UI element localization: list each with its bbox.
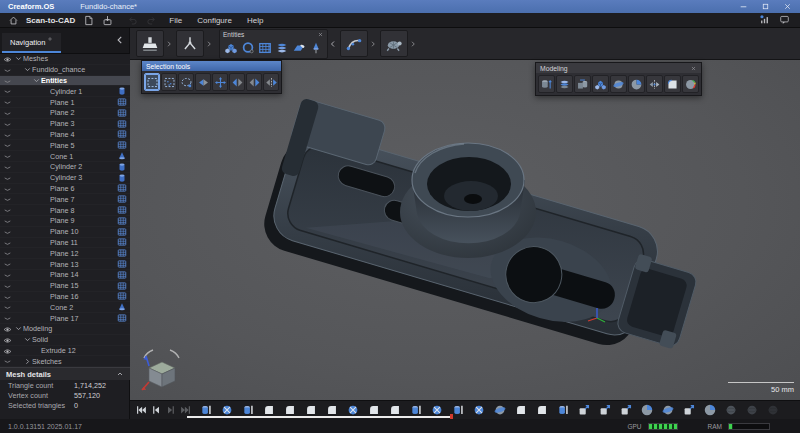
entities-tool-button[interactable]: [257, 39, 273, 57]
panel-collapse-icon[interactable]: [115, 35, 125, 45]
visibility-toggle-icon[interactable]: [3, 293, 12, 302]
tree-item[interactable]: Plane 2: [0, 108, 130, 119]
tool-button[interactable]: [556, 75, 573, 93]
history-button[interactable]: [660, 403, 675, 418]
tree-item[interactable]: Cone 2: [0, 302, 130, 313]
visibility-toggle-icon[interactable]: [3, 141, 12, 150]
tree-item[interactable]: Plane 16: [0, 292, 130, 303]
tree-item[interactable]: Fundido_chance: [0, 65, 130, 76]
expand-chevron-icon[interactable]: [41, 87, 50, 96]
chevron-up-icon[interactable]: [116, 370, 124, 378]
expand-chevron-icon[interactable]: [41, 260, 50, 269]
tree-item[interactable]: Plane 17: [0, 313, 130, 324]
history-button[interactable]: [164, 403, 177, 418]
tool-button[interactable]: [178, 73, 194, 91]
expand-chevron-icon[interactable]: [14, 54, 23, 63]
history-button[interactable]: [639, 403, 654, 418]
visibility-toggle-icon[interactable]: [3, 163, 12, 172]
visibility-toggle-icon[interactable]: [3, 152, 12, 161]
visibility-toggle-icon[interactable]: [3, 260, 12, 269]
menu-item[interactable]: File: [169, 16, 182, 25]
visibility-toggle-icon[interactable]: [3, 174, 12, 183]
expand-chevron-icon[interactable]: [41, 227, 50, 236]
toolbar-button[interactable]: [176, 30, 204, 57]
visibility-toggle-icon[interactable]: [3, 206, 12, 215]
tree-item[interactable]: Plane 1: [0, 97, 130, 108]
menu-item[interactable]: Help: [247, 16, 263, 25]
history-button[interactable]: [134, 403, 147, 418]
expand-chevron-icon[interactable]: [41, 195, 50, 204]
tree-item[interactable]: Plane 15: [0, 281, 130, 292]
visibility-toggle-icon[interactable]: [3, 185, 12, 194]
history-button[interactable]: [618, 403, 633, 418]
history-button[interactable]: [744, 403, 759, 418]
tree-item[interactable]: Solid: [0, 335, 130, 346]
expand-chevron-icon[interactable]: [41, 152, 50, 161]
history-button[interactable]: [723, 403, 738, 418]
tree-item[interactable]: Plane 4: [0, 130, 130, 141]
expand-chevron-icon[interactable]: [41, 162, 50, 171]
tree-item[interactable]: Plane 8: [0, 205, 130, 216]
close-icon[interactable]: [317, 31, 324, 38]
tool-button[interactable]: [628, 75, 645, 93]
expand-chevron-icon[interactable]: [41, 98, 50, 107]
entities-tool-button[interactable]: [291, 39, 307, 57]
tool-button[interactable]: [246, 73, 262, 91]
visibility-toggle-icon[interactable]: [3, 55, 12, 64]
viewport-3d[interactable]: 50 mm Selection tools Modeling: [130, 60, 800, 400]
visibility-toggle-icon[interactable]: [3, 314, 12, 323]
expand-chevron-icon[interactable]: [41, 173, 50, 182]
history-button[interactable]: [702, 403, 717, 418]
visibility-toggle-icon[interactable]: [3, 120, 12, 129]
history-button[interactable]: [149, 403, 162, 418]
menu-bar-icon[interactable]: [779, 14, 790, 25]
tool-button[interactable]: [592, 75, 609, 93]
tree-item[interactable]: Plane 10: [0, 227, 130, 238]
tab-navigation[interactable]: Navigation: [2, 33, 61, 53]
home-icon[interactable]: [8, 15, 19, 26]
history-button[interactable]: [471, 403, 486, 418]
visibility-toggle-icon[interactable]: [3, 347, 12, 356]
visibility-toggle-icon[interactable]: [3, 131, 12, 140]
visibility-toggle-icon[interactable]: [3, 325, 12, 334]
tree-item[interactable]: Cone 1: [0, 151, 130, 162]
navigation-cube[interactable]: [136, 346, 188, 398]
tree-item[interactable]: Plane 3: [0, 119, 130, 130]
module-label[interactable]: Scan-to-CAD: [26, 16, 75, 25]
tool-button[interactable]: [646, 75, 663, 93]
tree-item[interactable]: Plane 7: [0, 194, 130, 205]
expand-chevron-icon[interactable]: [23, 65, 32, 74]
tree-item[interactable]: Sketches: [0, 356, 130, 367]
entities-tool-button[interactable]: [240, 39, 256, 57]
tree-item[interactable]: Entities: [0, 76, 130, 87]
tool-button[interactable]: [195, 73, 211, 91]
history-button[interactable]: [513, 403, 528, 418]
collapse-icon[interactable]: [329, 40, 337, 48]
visibility-toggle-icon[interactable]: [3, 271, 12, 280]
window-control-icon[interactable]: [739, 2, 748, 11]
tree-item[interactable]: Cylinder 1: [0, 86, 130, 97]
entities-tool-button[interactable]: [274, 39, 290, 57]
tool-button[interactable]: [212, 73, 228, 91]
visibility-toggle-icon[interactable]: [3, 217, 12, 226]
tool-button[interactable]: [610, 75, 627, 93]
tree-item[interactable]: Plane 5: [0, 140, 130, 151]
expand-chevron-icon[interactable]: [41, 206, 50, 215]
tool-button[interactable]: [664, 75, 681, 93]
expand-chevron-icon[interactable]: [14, 324, 23, 333]
expand-chevron-icon[interactable]: [41, 141, 50, 150]
tool-button[interactable]: [161, 73, 177, 91]
menu-bar-icon[interactable]: [102, 15, 113, 26]
expand-chevron-icon[interactable]: [41, 119, 50, 128]
scanned-part-model[interactable]: [130, 60, 800, 400]
menu-bar-icon[interactable]: [127, 15, 138, 26]
menu-item[interactable]: Configure: [197, 16, 232, 25]
expand-chevron-icon[interactable]: [23, 335, 32, 344]
tool-button[interactable]: [229, 73, 245, 91]
menu-bar-icon[interactable]: [83, 15, 94, 26]
tree-item[interactable]: Plane 9: [0, 216, 130, 227]
tree-item[interactable]: Plane 6: [0, 184, 130, 195]
history-button[interactable]: [492, 403, 507, 418]
tree-item[interactable]: Cylinder 2: [0, 162, 130, 173]
expand-chevron-icon[interactable]: [41, 292, 50, 301]
